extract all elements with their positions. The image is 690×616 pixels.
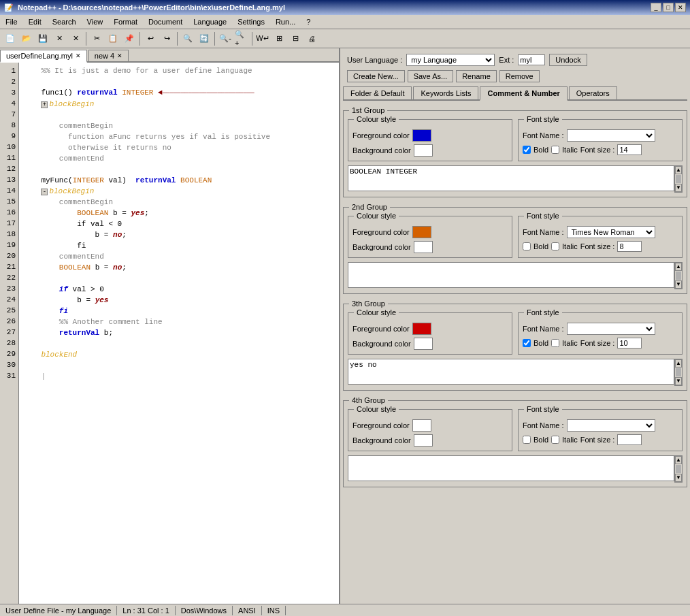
italic-label-3[interactable]: Italic [551,339,578,347]
menu-settings[interactable]: Settings [235,16,267,27]
toolbar-paste[interactable]: 📌 [122,31,137,46]
fg-swatch-1[interactable] [412,129,431,142]
keywords-scrollbar-3[interactable]: ▲ ▼ [674,359,683,386]
toolbar-zoom-out[interactable]: 🔍- [218,31,233,46]
sb-down-4[interactable]: ▼ [675,474,682,482]
user-language-select[interactable]: my Language [406,54,495,66]
toolbar-print[interactable]: 🖨 [304,31,319,46]
bold-cb-4[interactable] [523,436,531,444]
menu-edit[interactable]: Edit [26,16,44,27]
tab-userdefine[interactable]: userDefineLang.myl ✕ [0,50,87,63]
menu-help[interactable]: ? [303,16,313,27]
menu-format[interactable]: Format [111,16,140,27]
toolbar-save[interactable]: 💾 [35,31,50,46]
fold-4[interactable]: + [41,101,48,108]
sb-thumb-1[interactable] [676,175,681,183]
italic-cb-3[interactable] [551,339,559,347]
bg-swatch-2[interactable] [414,241,433,253]
keywords-scrollbar-1[interactable]: ▲ ▼ [674,165,683,193]
toolbar-close[interactable]: ✕ [52,31,67,46]
sb-thumb-4[interactable] [676,465,681,473]
save-as-button[interactable]: Save As... [408,70,454,82]
sb-up-2[interactable]: ▲ [675,263,682,271]
keywords-area-1[interactable]: <span class="oval-highlight">returnVal</… [348,165,674,191]
sb-thumb-3[interactable] [676,368,681,376]
tab-comment-number[interactable]: Comment & Number [480,86,567,101]
bold-label-1[interactable]: Bold [523,146,548,154]
tab-folder-default[interactable]: Folder & Default [343,86,412,99]
tab-keywords-lists[interactable]: Keywords Lists [413,86,478,99]
ext-input[interactable] [518,54,545,65]
font-name-select-3[interactable] [567,323,655,335]
toolbar-indent2[interactable]: ⊟ [288,31,303,46]
keywords-area-3[interactable]: yes no [348,359,674,385]
font-name-select-4[interactable] [567,419,655,432]
rename-button[interactable]: Rename [456,70,497,82]
bg-swatch-4[interactable] [414,434,433,447]
keywords-scrollbar-2[interactable]: ▲ ▼ [674,262,683,289]
bg-swatch-1[interactable] [414,144,433,157]
toolbar-close2[interactable]: ✕ [68,31,83,46]
font-size-input-1[interactable] [617,144,642,155]
toolbar-find[interactable]: 🔍 [180,31,195,46]
italic-label-1[interactable]: Italic [551,146,578,154]
fg-swatch-2[interactable] [412,226,431,238]
maximize-button[interactable]: □ [663,3,674,12]
font-size-input-2[interactable] [617,241,642,252]
font-name-select-2[interactable]: Times New Roman [567,226,655,238]
font-size-input-3[interactable] [617,338,642,348]
menu-search[interactable]: Search [50,16,79,27]
toolbar-new[interactable]: 📄 [3,31,18,46]
font-name-select-1[interactable] [567,129,655,142]
italic-label-2[interactable]: Italic [551,242,578,250]
sb-down-1[interactable]: ▼ [675,184,682,192]
bold-cb-1[interactable] [523,146,531,154]
menu-file[interactable]: File [3,16,20,27]
bold-label-3[interactable]: Bold [523,339,548,347]
toolbar-cut[interactable]: ✂ [89,31,104,46]
italic-label-4[interactable]: Italic [551,436,578,444]
close-button[interactable]: ✕ [675,3,686,12]
font-size-input-4[interactable] [617,434,642,445]
bold-cb-2[interactable] [523,242,531,250]
toolbar-copy[interactable]: 📋 [105,31,120,46]
toolbar-wordwrap[interactable]: W↵ [255,31,270,46]
fg-swatch-4[interactable] [412,419,431,432]
sb-up-4[interactable]: ▲ [675,456,682,464]
toolbar-redo[interactable]: ↪ [159,31,174,46]
bg-swatch-3[interactable] [414,338,433,350]
create-new-button[interactable]: Create New... [347,70,405,82]
minimize-button[interactable]: _ [651,3,661,12]
menu-run[interactable]: Run... [273,16,298,27]
sb-up-1[interactable]: ▲ [675,166,682,174]
bold-label-2[interactable]: Bold [523,242,548,250]
toolbar-undo[interactable]: ↩ [143,31,158,46]
toolbar-indent[interactable]: ⊞ [272,31,286,46]
menu-language[interactable]: Language [191,16,229,27]
toolbar-replace[interactable]: 🔄 [197,31,212,46]
italic-cb-1[interactable] [551,146,559,154]
sb-down-2[interactable]: ▼ [675,280,682,289]
keywords-area-2[interactable]: BOOLEAN INTEGER [348,262,674,288]
code-content[interactable]: %% It is just a demo for a user define l… [19,63,339,607]
bold-label-4[interactable]: Bold [523,436,548,444]
italic-cb-4[interactable] [551,436,559,444]
keywords-area-4[interactable] [348,455,674,481]
italic-cb-2[interactable] [551,242,559,250]
keywords-scrollbar-4[interactable]: ▲ ▼ [674,455,683,483]
tab-operators[interactable]: Operators [569,86,617,99]
sb-thumb-2[interactable] [676,272,681,280]
fg-swatch-3[interactable] [412,323,431,335]
toolbar-zoom-in[interactable]: 🔍+ [234,31,249,46]
undock-button[interactable]: Undock [549,54,587,66]
tab-new4[interactable]: new 4 ✕ [88,50,129,61]
remove-button[interactable]: Remove [499,70,540,82]
tab-userdefine-close[interactable]: ✕ [76,52,81,59]
toolbar-open[interactable]: 📂 [19,31,34,46]
menu-document[interactable]: Document [146,16,185,27]
fold-14[interactable]: - [41,189,48,195]
menu-view[interactable]: View [84,16,106,27]
bold-cb-3[interactable] [523,339,531,347]
sb-down-3[interactable]: ▼ [675,377,682,385]
sb-up-3[interactable]: ▲ [675,359,682,368]
